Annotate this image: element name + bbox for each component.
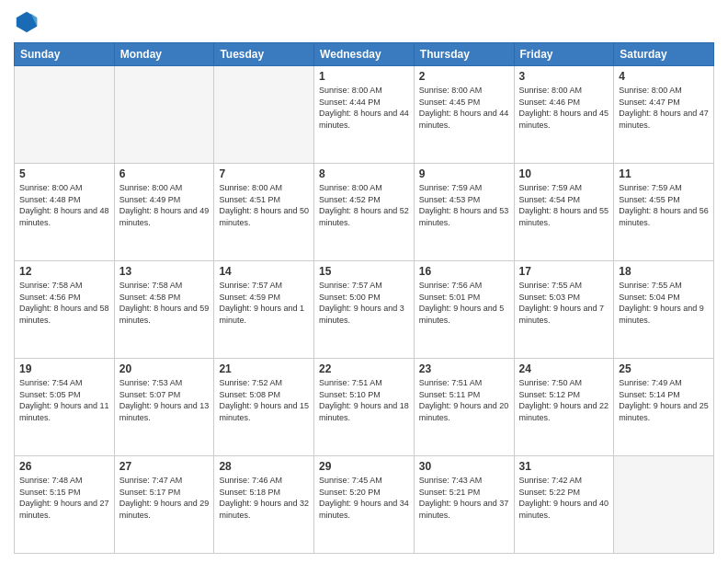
calendar: SundayMondayTuesdayWednesdayThursdayFrid… [14, 42, 714, 554]
calendar-cell: 25Sunrise: 7:49 AM Sunset: 5:14 PM Dayli… [614, 359, 714, 456]
day-number: 30 [419, 460, 509, 473]
day-info: Sunrise: 7:51 AM Sunset: 5:10 PM Dayligh… [319, 377, 409, 423]
calendar-week-2: 5Sunrise: 8:00 AM Sunset: 4:48 PM Daylig… [15, 164, 714, 261]
day-info: Sunrise: 7:46 AM Sunset: 5:18 PM Dayligh… [219, 475, 309, 521]
calendar-cell: 22Sunrise: 7:51 AM Sunset: 5:10 PM Dayli… [314, 359, 415, 456]
calendar-week-3: 12Sunrise: 7:58 AM Sunset: 4:56 PM Dayli… [15, 261, 714, 359]
day-info: Sunrise: 7:53 AM Sunset: 5:07 PM Dayligh… [119, 377, 210, 423]
header [14, 9, 714, 35]
day-number: 3 [519, 70, 609, 83]
day-info: Sunrise: 7:48 AM Sunset: 5:15 PM Dayligh… [19, 475, 109, 521]
calendar-header-wednesday: Wednesday [314, 43, 415, 66]
calendar-cell: 18Sunrise: 7:55 AM Sunset: 5:04 PM Dayli… [614, 261, 714, 359]
day-number: 19 [19, 362, 109, 375]
calendar-cell: 31Sunrise: 7:42 AM Sunset: 5:22 PM Dayli… [514, 456, 614, 554]
calendar-cell: 12Sunrise: 7:58 AM Sunset: 4:56 PM Dayli… [15, 261, 115, 359]
day-number: 21 [219, 362, 309, 375]
day-info: Sunrise: 8:00 AM Sunset: 4:47 PM Dayligh… [619, 85, 709, 131]
calendar-week-5: 26Sunrise: 7:48 AM Sunset: 5:15 PM Dayli… [15, 456, 714, 554]
day-number: 14 [219, 265, 309, 278]
day-info: Sunrise: 7:57 AM Sunset: 4:59 PM Dayligh… [219, 280, 309, 326]
day-number: 26 [19, 460, 109, 473]
calendar-cell: 26Sunrise: 7:48 AM Sunset: 5:15 PM Dayli… [15, 456, 115, 554]
calendar-header-monday: Monday [114, 43, 214, 66]
day-info: Sunrise: 7:58 AM Sunset: 4:56 PM Dayligh… [19, 280, 109, 326]
day-info: Sunrise: 8:00 AM Sunset: 4:45 PM Dayligh… [419, 85, 509, 131]
calendar-cell: 1Sunrise: 8:00 AM Sunset: 4:44 PM Daylig… [314, 66, 415, 164]
calendar-header-sunday: Sunday [15, 43, 115, 66]
day-info: Sunrise: 7:43 AM Sunset: 5:21 PM Dayligh… [419, 475, 509, 521]
day-number: 20 [119, 362, 210, 375]
day-number: 17 [519, 265, 609, 278]
day-info: Sunrise: 7:58 AM Sunset: 4:58 PM Dayligh… [119, 280, 210, 326]
day-number: 5 [19, 167, 109, 180]
day-info: Sunrise: 8:00 AM Sunset: 4:48 PM Dayligh… [19, 182, 109, 228]
calendar-cell [214, 66, 314, 164]
day-info: Sunrise: 7:52 AM Sunset: 5:08 PM Dayligh… [219, 377, 309, 423]
calendar-cell: 27Sunrise: 7:47 AM Sunset: 5:17 PM Dayli… [114, 456, 214, 554]
day-number: 15 [319, 265, 409, 278]
day-number: 24 [519, 362, 609, 375]
day-info: Sunrise: 8:00 AM Sunset: 4:49 PM Dayligh… [119, 182, 210, 228]
calendar-cell: 5Sunrise: 8:00 AM Sunset: 4:48 PM Daylig… [15, 164, 115, 261]
day-info: Sunrise: 8:00 AM Sunset: 4:52 PM Dayligh… [319, 182, 409, 228]
day-number: 11 [619, 167, 709, 180]
day-info: Sunrise: 7:59 AM Sunset: 4:53 PM Dayligh… [419, 182, 509, 228]
day-info: Sunrise: 7:55 AM Sunset: 5:03 PM Dayligh… [519, 280, 609, 326]
day-number: 8 [319, 167, 409, 180]
calendar-week-1: 1Sunrise: 8:00 AM Sunset: 4:44 PM Daylig… [15, 66, 714, 164]
calendar-cell: 16Sunrise: 7:56 AM Sunset: 5:01 PM Dayli… [414, 261, 514, 359]
calendar-cell: 9Sunrise: 7:59 AM Sunset: 4:53 PM Daylig… [414, 164, 514, 261]
calendar-cell: 30Sunrise: 7:43 AM Sunset: 5:21 PM Dayli… [414, 456, 514, 554]
day-number: 4 [619, 70, 709, 83]
day-info: Sunrise: 7:56 AM Sunset: 5:01 PM Dayligh… [419, 280, 509, 326]
calendar-cell: 4Sunrise: 8:00 AM Sunset: 4:47 PM Daylig… [614, 66, 714, 164]
day-number: 9 [419, 167, 509, 180]
svg-marker-0 [17, 12, 37, 32]
day-number: 28 [219, 460, 309, 473]
calendar-header-tuesday: Tuesday [214, 43, 314, 66]
day-number: 10 [519, 167, 609, 180]
calendar-cell: 17Sunrise: 7:55 AM Sunset: 5:03 PM Dayli… [514, 261, 614, 359]
calendar-cell: 15Sunrise: 7:57 AM Sunset: 5:00 PM Dayli… [314, 261, 415, 359]
day-info: Sunrise: 7:57 AM Sunset: 5:00 PM Dayligh… [319, 280, 409, 326]
day-number: 27 [119, 460, 210, 473]
day-number: 16 [419, 265, 509, 278]
day-number: 29 [319, 460, 409, 473]
day-info: Sunrise: 7:59 AM Sunset: 4:54 PM Dayligh… [519, 182, 609, 228]
calendar-cell: 13Sunrise: 7:58 AM Sunset: 4:58 PM Dayli… [114, 261, 214, 359]
day-info: Sunrise: 8:00 AM Sunset: 4:51 PM Dayligh… [219, 182, 309, 228]
day-number: 1 [319, 70, 409, 83]
calendar-cell: 24Sunrise: 7:50 AM Sunset: 5:12 PM Dayli… [514, 359, 614, 456]
day-info: Sunrise: 7:59 AM Sunset: 4:55 PM Dayligh… [619, 182, 709, 228]
day-info: Sunrise: 8:00 AM Sunset: 4:44 PM Dayligh… [319, 85, 409, 131]
day-info: Sunrise: 7:47 AM Sunset: 5:17 PM Dayligh… [119, 475, 210, 521]
day-number: 2 [419, 70, 509, 83]
logo [14, 9, 43, 35]
calendar-cell [614, 456, 714, 554]
day-info: Sunrise: 7:55 AM Sunset: 5:04 PM Dayligh… [619, 280, 709, 326]
calendar-cell: 29Sunrise: 7:45 AM Sunset: 5:20 PM Dayli… [314, 456, 415, 554]
day-info: Sunrise: 7:54 AM Sunset: 5:05 PM Dayligh… [19, 377, 109, 423]
calendar-cell: 3Sunrise: 8:00 AM Sunset: 4:46 PM Daylig… [514, 66, 614, 164]
calendar-header-thursday: Thursday [414, 43, 514, 66]
day-number: 18 [619, 265, 709, 278]
calendar-cell: 20Sunrise: 7:53 AM Sunset: 5:07 PM Dayli… [114, 359, 214, 456]
day-number: 7 [219, 167, 309, 180]
calendar-cell: 11Sunrise: 7:59 AM Sunset: 4:55 PM Dayli… [614, 164, 714, 261]
calendar-cell: 23Sunrise: 7:51 AM Sunset: 5:11 PM Dayli… [414, 359, 514, 456]
calendar-header-saturday: Saturday [614, 43, 714, 66]
calendar-header-friday: Friday [514, 43, 614, 66]
page: SundayMondayTuesdayWednesdayThursdayFrid… [0, 0, 728, 563]
calendar-cell: 21Sunrise: 7:52 AM Sunset: 5:08 PM Dayli… [214, 359, 314, 456]
calendar-cell: 10Sunrise: 7:59 AM Sunset: 4:54 PM Dayli… [514, 164, 614, 261]
day-number: 13 [119, 265, 210, 278]
day-info: Sunrise: 7:49 AM Sunset: 5:14 PM Dayligh… [619, 377, 709, 423]
calendar-week-4: 19Sunrise: 7:54 AM Sunset: 5:05 PM Dayli… [15, 359, 714, 456]
calendar-cell: 19Sunrise: 7:54 AM Sunset: 5:05 PM Dayli… [15, 359, 115, 456]
logo-icon [14, 9, 40, 35]
calendar-cell: 7Sunrise: 8:00 AM Sunset: 4:51 PM Daylig… [214, 164, 314, 261]
calendar-cell: 8Sunrise: 8:00 AM Sunset: 4:52 PM Daylig… [314, 164, 415, 261]
day-info: Sunrise: 7:42 AM Sunset: 5:22 PM Dayligh… [519, 475, 609, 521]
calendar-cell: 14Sunrise: 7:57 AM Sunset: 4:59 PM Dayli… [214, 261, 314, 359]
